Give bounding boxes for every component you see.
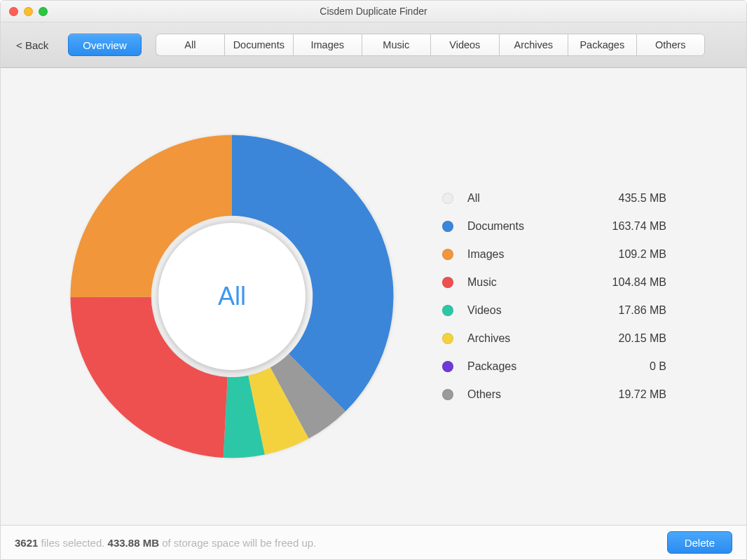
tab-music[interactable]: Music bbox=[362, 34, 430, 56]
legend-label: All bbox=[467, 192, 619, 205]
swatch-music-icon bbox=[442, 277, 453, 288]
legend-value: 109.2 MB bbox=[619, 248, 666, 261]
category-tabs: AllDocumentsImagesMusicVideosArchivesPac… bbox=[156, 34, 705, 56]
legend-row-archives[interactable]: Archives20.15 MB bbox=[442, 332, 666, 345]
legend-value: 20.15 MB bbox=[619, 332, 666, 345]
swatch-others-icon bbox=[442, 389, 453, 400]
swatch-videos-icon bbox=[442, 305, 453, 316]
donut-center-label: All bbox=[158, 223, 306, 370]
selected-count: 3621 bbox=[15, 537, 38, 549]
legend-row-documents[interactable]: Documents163.74 MB bbox=[442, 220, 666, 233]
legend-row-others[interactable]: Others19.72 MB bbox=[442, 388, 666, 401]
tab-archives[interactable]: Archives bbox=[499, 34, 568, 56]
window-title: Cisdem Duplicate Finder bbox=[1, 6, 746, 17]
back-button[interactable]: < Back bbox=[11, 35, 54, 55]
app-window: Cisdem Duplicate Finder < Back Overview … bbox=[0, 0, 747, 560]
tab-packages[interactable]: Packages bbox=[568, 34, 636, 56]
footer-bar: 3621 files selected. 433.88 MB of storag… bbox=[1, 525, 746, 559]
footer-status-text: 3621 files selected. 433.88 MB of storag… bbox=[15, 537, 316, 549]
tab-documents[interactable]: Documents bbox=[224, 34, 293, 56]
traffic-lights bbox=[1, 7, 48, 16]
swatch-all-icon bbox=[442, 193, 453, 204]
swatch-documents-icon bbox=[442, 221, 453, 232]
legend-value: 19.72 MB bbox=[619, 388, 666, 401]
legend-row-music[interactable]: Music104.84 MB bbox=[442, 276, 666, 289]
legend-label: Images bbox=[467, 248, 619, 261]
freed-size: 433.88 MB bbox=[108, 537, 159, 549]
close-icon[interactable] bbox=[9, 7, 18, 16]
legend-value: 104.84 MB bbox=[612, 276, 666, 289]
legend-row-packages[interactable]: Packages0 B bbox=[442, 360, 666, 373]
legend-label: Music bbox=[467, 276, 612, 289]
legend-label: Documents bbox=[467, 220, 612, 233]
donut-chart: All bbox=[64, 128, 400, 465]
main-content: All All435.5 MBDocuments163.74 MBImages1… bbox=[1, 68, 746, 525]
legend-value: 0 B bbox=[650, 360, 666, 373]
tab-images[interactable]: Images bbox=[293, 34, 362, 56]
title-bar: Cisdem Duplicate Finder bbox=[1, 1, 746, 22]
overview-button[interactable]: Overview bbox=[68, 34, 142, 56]
zoom-icon[interactable] bbox=[39, 7, 48, 16]
legend-value: 17.86 MB bbox=[619, 304, 666, 317]
legend-label: Others bbox=[467, 388, 619, 401]
legend-row-images[interactable]: Images109.2 MB bbox=[442, 248, 666, 261]
legend-value: 163.74 MB bbox=[612, 220, 666, 233]
swatch-archives-icon bbox=[442, 333, 453, 344]
tab-videos[interactable]: Videos bbox=[430, 34, 499, 56]
legend-value: 435.5 MB bbox=[619, 192, 666, 205]
minimize-icon[interactable] bbox=[24, 7, 33, 16]
tab-others[interactable]: Others bbox=[636, 34, 705, 56]
tab-all[interactable]: All bbox=[156, 34, 224, 56]
toolbar: < Back Overview AllDocumentsImagesMusicV… bbox=[1, 22, 746, 68]
swatch-packages-icon bbox=[442, 361, 453, 372]
legend-label: Archives bbox=[467, 332, 619, 345]
legend-row-videos[interactable]: Videos17.86 MB bbox=[442, 304, 666, 317]
legend-row-all[interactable]: All435.5 MB bbox=[442, 192, 666, 205]
legend-label: Packages bbox=[467, 360, 650, 373]
swatch-images-icon bbox=[442, 249, 453, 260]
legend: All435.5 MBDocuments163.74 MBImages109.2… bbox=[442, 192, 666, 401]
legend-label: Videos bbox=[467, 304, 619, 317]
delete-button[interactable]: Delete bbox=[667, 531, 732, 554]
